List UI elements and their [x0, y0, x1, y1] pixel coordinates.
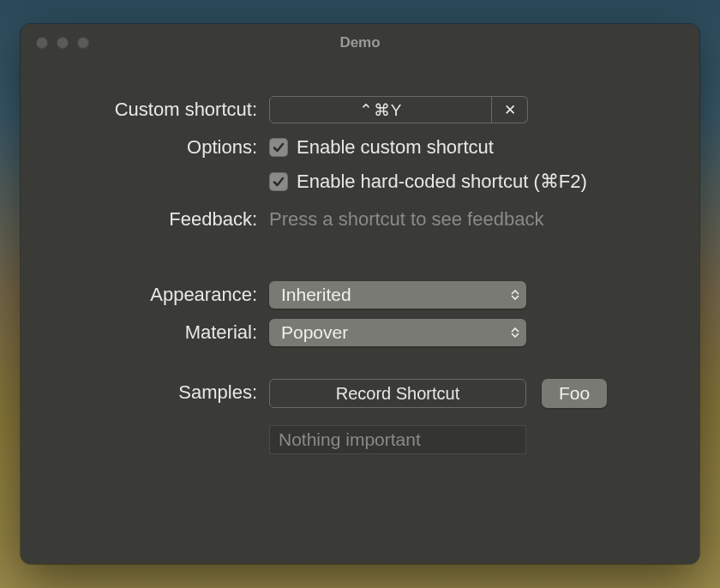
- row-samples: Samples: Record Shortcut Foo: [21, 379, 665, 454]
- appearance-value: Inherited: [281, 285, 351, 305]
- feedback-text: Press a shortcut to see feedback: [269, 206, 665, 233]
- label-feedback: Feedback:: [21, 206, 269, 233]
- row-options: Options: Enable custom shortcut Enable h…: [21, 134, 665, 195]
- close-button[interactable]: [36, 37, 48, 49]
- window-content: Custom shortcut: ⌃⌘Y ✕ Options: Enable c…: [21, 62, 699, 499]
- label-options: Options:: [21, 134, 269, 161]
- window-title: Demo: [21, 34, 699, 51]
- chevron-up-down-icon: [511, 327, 519, 338]
- checkbox-enable-hardcoded[interactable]: [269, 172, 288, 191]
- option-enable-hardcoded: Enable hard-coded shortcut (⌘F2): [269, 168, 665, 195]
- chevron-up-down-icon: [511, 290, 519, 300]
- titlebar: Demo: [21, 24, 699, 62]
- minimize-button[interactable]: [57, 37, 69, 49]
- shortcut-clear-button[interactable]: ✕: [492, 96, 528, 123]
- record-shortcut-button[interactable]: Record Shortcut: [269, 379, 526, 408]
- material-value: Popover: [281, 322, 348, 343]
- checkmark-icon: [272, 175, 285, 189]
- label-enable-hardcoded: Enable hard-coded shortcut (⌘F2): [297, 171, 587, 193]
- traffic-lights: [21, 37, 89, 49]
- shortcut-display[interactable]: ⌃⌘Y: [269, 96, 492, 123]
- shortcut-recorder: ⌃⌘Y ✕: [269, 96, 665, 123]
- row-appearance: Appearance: Inherited: [21, 281, 665, 309]
- material-popup[interactable]: Popover: [269, 319, 526, 346]
- row-feedback: Feedback: Press a shortcut to see feedba…: [21, 206, 665, 233]
- row-custom-shortcut: Custom shortcut: ⌃⌘Y ✕: [21, 96, 665, 123]
- zoom-button[interactable]: [77, 37, 89, 49]
- close-icon: ✕: [504, 101, 516, 119]
- label-material: Material:: [21, 319, 269, 346]
- label-appearance: Appearance:: [21, 281, 269, 309]
- label-enable-custom: Enable custom shortcut: [297, 136, 494, 159]
- checkbox-enable-custom[interactable]: [269, 138, 288, 157]
- window: Demo Custom shortcut: ⌃⌘Y ✕ Options:: [21, 24, 699, 564]
- row-material: Material: Popover: [21, 319, 665, 346]
- checkmark-icon: [272, 141, 285, 154]
- label-custom-shortcut: Custom shortcut:: [21, 96, 269, 123]
- appearance-popup[interactable]: Inherited: [269, 281, 526, 309]
- foo-button[interactable]: Foo: [542, 379, 607, 408]
- label-samples: Samples:: [21, 379, 269, 406]
- option-enable-custom: Enable custom shortcut: [269, 134, 665, 161]
- samples-text-input[interactable]: [269, 425, 526, 454]
